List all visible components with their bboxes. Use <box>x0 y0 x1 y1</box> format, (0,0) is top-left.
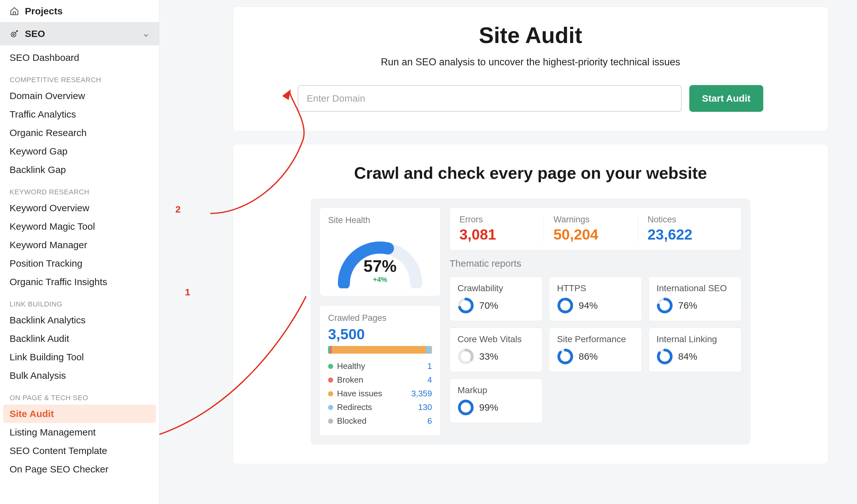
sidebar-item[interactable]: Backlink Analytics <box>0 311 159 329</box>
sidebar-item[interactable]: Organic Traffic Insights <box>0 273 159 291</box>
sidebar-item[interactable]: Keyword Magic Tool <box>0 217 159 236</box>
hero-subtitle: Run an SEO analysis to uncover the highe… <box>252 56 809 68</box>
donut-icon <box>457 348 474 365</box>
report-title: Core Web Vitals <box>457 334 535 344</box>
sidebar-item[interactable]: On Page SEO Checker <box>0 460 159 479</box>
crawled-legend: Healthy1Broken4Have issues3,359Redirects… <box>328 359 432 428</box>
ewn-card[interactable]: Errors 3,081 Warnings 50,204 Notices 23,… <box>450 207 742 250</box>
report-title: Internal Linking <box>656 334 734 344</box>
report-title: Crawlability <box>457 283 535 293</box>
report-title: HTTPS <box>557 283 634 293</box>
sidebar-item[interactable]: Keyword Overview <box>0 199 159 217</box>
donut-icon <box>557 348 574 365</box>
sidebar-section-heading: COMPETITIVE RESEARCH <box>0 67 159 87</box>
legend-value: 4 <box>427 375 432 385</box>
report-title: Markup <box>457 385 535 395</box>
donut-icon <box>557 297 574 314</box>
sidebar-item[interactable]: Keyword Gap <box>0 142 159 160</box>
report-pct: 94% <box>579 300 598 311</box>
thematic-report-card[interactable]: HTTPS94% <box>549 277 642 321</box>
site-health-label: Site Health <box>328 215 432 225</box>
warnings-label: Warnings <box>554 215 628 225</box>
nav-seo[interactable]: SEO <box>0 22 159 45</box>
legend-value: 3,359 <box>411 389 432 399</box>
report-pct: 99% <box>479 402 498 413</box>
legend-row[interactable]: Have issues3,359 <box>328 387 432 400</box>
home-icon <box>10 6 19 16</box>
thematic-report-card[interactable]: Crawlability70% <box>450 277 543 321</box>
donut-icon <box>656 348 673 365</box>
report-pct: 84% <box>678 351 697 362</box>
crawled-pages-card[interactable]: Crawled Pages 3,500 Healthy1Broken4Have … <box>319 305 441 436</box>
notices-label: Notices <box>648 215 722 225</box>
report-pct: 76% <box>678 300 697 311</box>
sidebar-item[interactable]: SEO Dashboard <box>0 48 159 67</box>
nav-projects[interactable]: Projects <box>0 0 159 22</box>
nav-seo-label: SEO <box>25 28 45 39</box>
report-pct: 70% <box>479 300 498 311</box>
sidebar-item[interactable]: Bulk Analysis <box>0 366 159 385</box>
legend-value: 1 <box>427 361 432 371</box>
hero-title: Site Audit <box>252 23 809 48</box>
svg-point-5 <box>559 299 572 312</box>
crawl-title: Crawl and check every page on your websi… <box>252 163 809 183</box>
thematic-report-card[interactable]: Internal Linking84% <box>649 328 742 372</box>
errors-value: 3,081 <box>459 226 534 243</box>
sidebar-item[interactable]: Traffic Analytics <box>0 105 159 124</box>
main-content: 2 1 Site Audit Run an SEO analysis to un… <box>159 0 857 504</box>
segment <box>430 346 432 354</box>
legend-dot-icon <box>328 419 333 424</box>
svg-point-13 <box>658 350 671 363</box>
legend-value: 6 <box>427 416 432 426</box>
sidebar-item[interactable]: Domain Overview <box>0 87 159 105</box>
thematic-report-card[interactable]: Markup99% <box>450 379 543 423</box>
legend-row[interactable]: Broken4 <box>328 373 432 387</box>
svg-point-1 <box>13 34 14 35</box>
target-icon <box>10 29 19 38</box>
sidebar-item[interactable]: Backlink Gap <box>0 160 159 179</box>
sidebar-item[interactable]: Organic Research <box>0 124 159 142</box>
svg-point-11 <box>559 350 572 363</box>
sidebar-item[interactable]: Listing Management <box>0 423 159 441</box>
sidebar-item[interactable]: Keyword Manager <box>0 236 159 254</box>
legend-row[interactable]: Redirects130 <box>328 400 432 414</box>
thematic-grid: Crawlability70%HTTPS94%International SEO… <box>450 277 742 423</box>
thematic-report-card[interactable]: Core Web Vitals33% <box>450 328 543 372</box>
segment <box>426 346 430 354</box>
legend-row[interactable]: Blocked6 <box>328 414 432 428</box>
donut-icon <box>457 297 474 314</box>
sidebar-item[interactable]: Backlink Audit <box>0 329 159 348</box>
thematic-label: Thematic reports <box>450 258 742 269</box>
report-title: International SEO <box>656 283 734 293</box>
legend-dot-icon <box>328 378 333 383</box>
report-pct: 86% <box>579 351 598 362</box>
sidebar-item[interactable]: Link Building Tool <box>0 348 159 366</box>
notices-value: 23,622 <box>648 226 722 243</box>
legend-label: Blocked <box>337 416 367 426</box>
legend-dot-icon <box>328 364 333 369</box>
thematic-report-card[interactable]: Site Performance86% <box>549 328 642 372</box>
start-audit-button[interactable]: Start Audit <box>689 85 763 112</box>
segment <box>332 346 426 354</box>
svg-point-15 <box>459 401 472 414</box>
crawled-label: Crawled Pages <box>328 313 432 323</box>
nav-projects-label: Projects <box>25 6 63 17</box>
legend-value: 130 <box>418 402 432 412</box>
site-health-card[interactable]: Site Health 57% +4% <box>319 207 441 296</box>
legend-label: Redirects <box>337 402 372 412</box>
legend-dot-icon <box>328 391 333 396</box>
sidebar-item[interactable]: Position Tracking <box>0 254 159 273</box>
sidebar: Projects SEO SEO DashboardCOMPETITIVE RE… <box>0 0 159 504</box>
legend-dot-icon <box>328 405 333 410</box>
donut-icon <box>656 297 673 314</box>
domain-input[interactable] <box>298 85 682 112</box>
thematic-report-card[interactable]: International SEO76% <box>649 277 742 321</box>
report-title: Site Performance <box>557 334 634 344</box>
legend-row[interactable]: Healthy1 <box>328 359 432 373</box>
crawled-total: 3,500 <box>328 326 432 343</box>
legend-label: Healthy <box>337 361 365 371</box>
donut-icon <box>457 399 474 416</box>
sidebar-item[interactable]: SEO Content Template <box>0 441 159 460</box>
sidebar-sublist: SEO DashboardCOMPETITIVE RESEARCHDomain … <box>0 45 159 482</box>
sidebar-item[interactable]: Site Audit <box>3 405 156 423</box>
